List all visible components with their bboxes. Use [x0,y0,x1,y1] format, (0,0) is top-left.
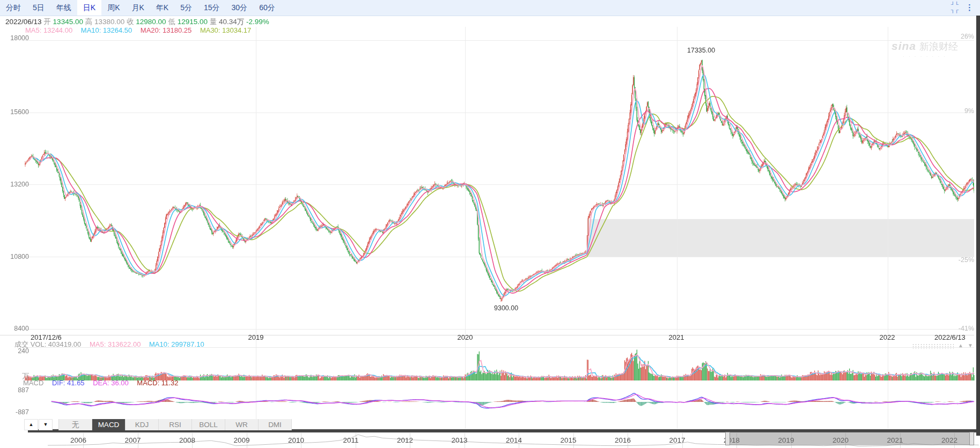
timeline-year-label: 2015 [550,436,577,444]
date-label-2021: 2021 [658,333,695,341]
date-label-2020: 2020 [446,333,484,341]
annotation-low: 9300.00 [494,304,518,312]
volume-y-max: 240 [6,347,29,355]
timeline-selection[interactable] [725,432,974,445]
quote-bar: 2022/06/13 开 13345.00 高 13380.00 收 12980… [5,17,269,27]
open-label: 开 [43,18,51,26]
right-edge-strip [976,16,980,436]
macd-bar-labels: MACD DIF: 41.65 DEA: 36.00 MACD: 11.32 [23,379,178,387]
volume-value: 40.34万 [219,18,244,26]
tab-weekly-k[interactable]: 周K [101,0,126,16]
tab-30min[interactable]: 30分 [226,0,254,16]
indicator-tab-none[interactable]: 无 [58,419,92,430]
sina-watermark: sina新浪财经 · · · · · · · · [891,40,958,59]
ma-bar: MA5: 13244.00 MA10: 13264.50 MA20: 13180… [25,26,251,34]
price-tick: 18000 [8,34,29,42]
timeline-year-label: 2011 [332,436,359,444]
timeline-year-label: 2006 [60,436,86,444]
indicator-tab-dmi[interactable]: DMI [259,419,292,430]
low-value: 12915.00 [178,18,208,26]
watermark-brand: sina [891,40,916,52]
price-tick: 10800 [8,253,29,260]
date-label-end: 2022/6/13 [934,333,966,341]
ma30-value: MA30: 13034.17 [200,26,251,34]
pct-tick: -41% [949,325,974,332]
tab-minute[interactable]: 分时 [0,0,27,16]
close-label: 收 [127,18,134,26]
indicator-tab-rsi[interactable]: RSI [159,419,192,430]
open-value: 13345.00 [53,18,83,26]
timeline-year-label: 2008 [168,436,195,444]
pct-tick: 9% [949,107,974,115]
annotation-high: 17335.00 [687,47,715,54]
kline-chart-app: 分时 5日 年线 日K 周K 月K 年K 5分 15分 30分 60分 ┘└┐┌… [0,0,980,448]
close-value: 12980.00 [136,18,166,26]
volume-drag-handle[interactable] [912,344,954,349]
zoom-out-arrow-icon[interactable]: ▼ [968,342,973,348]
vol-ma10-value: MA10: 299787.10 [149,340,204,348]
indicator-tab-macd[interactable]: MACD [92,419,126,430]
timeline-year-label: 2012 [386,436,413,444]
kebab-menu-icon[interactable]: ⋮ [966,2,974,13]
watermark-name: 新浪财经 [919,41,958,52]
indicator-tab-boll[interactable]: BOLL [192,419,225,430]
tab-60min[interactable]: 60分 [253,0,281,16]
timeline-left-handle[interactable] [725,432,730,445]
timeframe-toolbar: 分时 5日 年线 日K 周K 月K 年K 5分 15分 30分 60分 [0,0,980,16]
macd-y-max: 887 [6,386,29,394]
tab-5day[interactable]: 5日 [27,0,50,16]
change-pct: -2.99% [246,18,269,26]
tab-daily-k[interactable]: 日K [77,0,101,16]
price-tick: 8400 [8,325,29,332]
timeline-year-label: 2014 [495,436,522,444]
ma5-value: MA5: 13244.00 [25,26,72,34]
watermark-tagline: · · · · · · · · [891,54,958,59]
pane-up-button[interactable]: ▲ [24,419,38,430]
high-value: 13380.00 [94,18,124,26]
timeline-year-label: 2009 [223,436,250,444]
date-label-2022: 2022 [868,333,906,341]
vol-ma5-value: MA5: 313622.00 [90,340,141,348]
low-label: 低 [168,18,175,26]
price-tick: 15600 [8,108,29,116]
timeline-year-label: 2007 [114,436,141,444]
tab-15min[interactable]: 15分 [198,0,226,16]
vol-value: VOL: 403419.00 [31,340,82,348]
quote-date: 2022/06/13 [5,18,42,26]
timeline-year-label: 2016 [604,436,631,444]
tab-monthly-k[interactable]: 月K [126,0,150,16]
macd-pane-label: MACD [23,379,43,387]
volume-label: 量 [210,18,217,26]
tab-yearly-k[interactable]: 年K [150,0,174,16]
high-label: 高 [85,18,93,26]
indicator-tab-kdj[interactable]: KDJ [126,419,159,430]
pane-down-button[interactable]: ▼ [39,419,53,430]
date-label-2019: 2019 [237,333,275,341]
indicator-tab-wr[interactable]: WR [225,419,259,430]
macd-value: MACD: 11.32 [137,379,178,387]
ma10-value: MA10: 13264.50 [81,26,132,34]
ma20-value: MA20: 13180.25 [141,26,191,34]
timeline-year-label: 2013 [441,436,468,444]
macd-y-min: -887 [6,408,29,416]
collapse-icon[interactable]: ┘└┐┌ [951,2,959,13]
zoom-in-arrow-icon[interactable]: ▲ [958,342,963,348]
timeline-year-label: 2017 [659,436,686,444]
indicator-tabs: 无 MACD KDJ RSI BOLL WR DMI [58,419,292,430]
timeline-year-label: 2010 [277,436,304,444]
price-tick: 13200 [8,181,29,188]
dif-value: DIF: 41.65 [52,379,85,387]
timeline-right-handle[interactable] [969,432,974,445]
tab-5min[interactable]: 5分 [174,0,198,16]
pct-tick: 26% [949,33,974,40]
dea-value: DEA: 36.00 [93,379,129,387]
toolbar-icons: ┘└┐┌ ⋮ [951,2,974,13]
pct-tick: -25% [949,256,974,264]
volume-bar-labels: 成交 VOL: 403419.00 MA5: 313622.00 MA10: 2… [14,340,204,349]
tab-year-line[interactable]: 年线 [50,0,77,16]
